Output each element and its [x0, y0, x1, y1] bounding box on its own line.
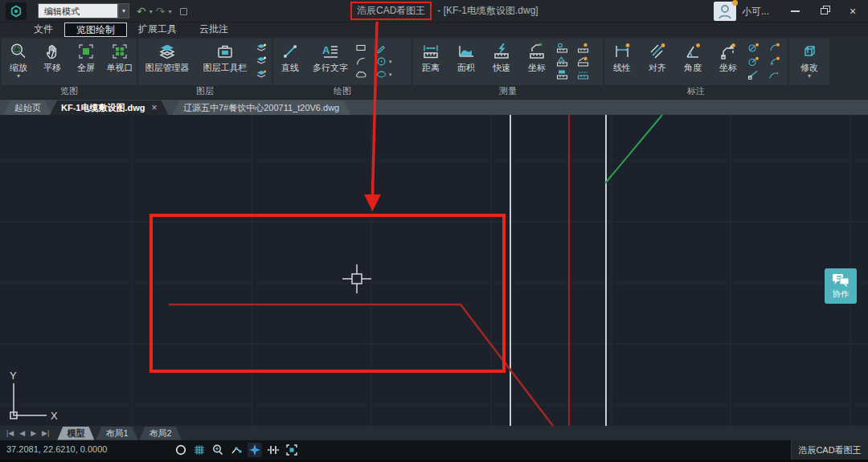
- measure-distance-button[interactable]: 距离: [413, 39, 448, 85]
- edit-mode-select[interactable]: 编辑模式: [38, 3, 118, 18]
- measure-angle-icon[interactable]: [556, 55, 574, 67]
- mtext-button[interactable]: A 多行文字: [307, 39, 354, 85]
- zoom-button[interactable]: 缩放 ▾: [2, 39, 35, 85]
- tab-extended-tools[interactable]: 扩展工具: [127, 22, 188, 37]
- quick-access-extra-icon[interactable]: [180, 8, 187, 15]
- revision-cloud-icon[interactable]: [355, 68, 373, 80]
- rectangle-tool-icon[interactable]: [355, 42, 373, 54]
- redo-icon[interactable]: ↷: [156, 5, 166, 18]
- tab-cloud-annotation[interactable]: 云批注: [188, 22, 240, 37]
- measure-area-button[interactable]: 面积: [448, 39, 484, 85]
- layout-nav: |◀ ◀ ▶ ▶|: [6, 429, 49, 437]
- layer-freeze-icon[interactable]: [256, 68, 268, 80]
- restore-button[interactable]: [815, 3, 833, 19]
- isometric-toggle-icon[interactable]: [174, 443, 188, 457]
- annotation-rectangle: [151, 215, 504, 371]
- layer-toolbar-button[interactable]: 图层工具栏: [196, 39, 254, 85]
- close-button[interactable]: ×: [844, 3, 862, 19]
- ellipse-tool-icon[interactable]: ▾: [376, 68, 403, 80]
- object-snap-icon[interactable]: [248, 443, 262, 457]
- circle-tool-icon[interactable]: ▾: [376, 55, 403, 67]
- svg-text:A: A: [322, 44, 330, 56]
- lineweight-toggle-icon[interactable]: [266, 443, 280, 457]
- hand-icon: [43, 42, 62, 61]
- user-badge: [732, 0, 738, 6]
- crosshair-cursor: [342, 264, 371, 293]
- edit-mode-caret-icon[interactable]: ▾: [118, 3, 129, 18]
- cad-grid: [0, 115, 868, 426]
- line-button[interactable]: 直线: [273, 39, 307, 85]
- user-account[interactable]: 小可...: [714, 2, 769, 21]
- layout-tab-row: |◀ ◀ ▶ ▶| 模型 布局1 布局2: [0, 426, 868, 440]
- modify-button[interactable]: 修改 ▾: [789, 39, 829, 85]
- dim-radius-icon[interactable]: [747, 55, 765, 67]
- nav-last-icon[interactable]: ▶|: [42, 429, 49, 437]
- nav-first-icon[interactable]: |◀: [6, 429, 14, 437]
- measure-coordinate-button[interactable]: 坐标: [519, 39, 555, 85]
- dim-aligned-button[interactable]: 对齐: [640, 39, 675, 85]
- group-label-layer: 图层: [138, 85, 272, 97]
- layout-tab-layout2[interactable]: 布局2: [140, 427, 182, 440]
- collaborate-button[interactable]: 协作: [825, 268, 857, 304]
- minimize-button[interactable]: [786, 3, 804, 19]
- measure-arc-icon[interactable]: [577, 42, 595, 54]
- layer-off-icon[interactable]: [256, 55, 268, 67]
- cad-green-line: [605, 115, 662, 183]
- measure-quick-button[interactable]: 快速: [484, 39, 519, 85]
- doc-tab-close-icon[interactable]: ×: [152, 100, 158, 115]
- dim-diameter-icon[interactable]: [747, 42, 765, 54]
- measure-entity-icon[interactable]: [556, 42, 574, 54]
- tab-view-draw[interactable]: 览图绘制: [64, 22, 127, 37]
- user-avatar-icon[interactable]: [714, 2, 736, 21]
- layer-manager-button[interactable]: 图层管理器: [138, 39, 196, 85]
- single-viewport-button[interactable]: 单视口: [103, 39, 137, 85]
- ribbon: 缩放 ▾ 平移 全屏 单视口 览图: [0, 37, 868, 99]
- grid-toggle-icon[interactable]: [192, 443, 207, 457]
- fullscreen-toggle-icon[interactable]: [285, 443, 299, 457]
- arc-tool-icon[interactable]: [355, 55, 373, 67]
- nav-next-icon[interactable]: ▶: [31, 429, 36, 437]
- cad-red-polyline: [169, 305, 553, 426]
- tab-file[interactable]: 文件: [23, 22, 64, 37]
- layout-tab-layout1[interactable]: 布局1: [96, 427, 137, 440]
- dim-linear-button[interactable]: 线性: [604, 39, 640, 85]
- sketch-tool-icon[interactable]: [376, 42, 403, 54]
- doc-tab-active[interactable]: KF-1电缆敷设图.dwg ×: [50, 100, 169, 115]
- zoom-lock-icon[interactable]: [211, 443, 225, 457]
- dim-arc-length-icon[interactable]: [768, 42, 786, 54]
- measure-list-icon[interactable]: [577, 68, 595, 80]
- undo-icon[interactable]: ↶: [137, 5, 146, 18]
- title-bar: 编辑模式 ▾ ↶ ▾ ↷ ▾ 浩辰CAD看图王 - [KF-1电缆敷设图.dwg…: [0, 0, 868, 22]
- ucs-icon: Y X: [10, 370, 58, 422]
- dim-leader-icon[interactable]: [768, 68, 786, 80]
- dim-angular2-icon[interactable]: [768, 55, 786, 67]
- doc-tab-second[interactable]: 辽源五中7#餐饮中心200711_t20V6.dwg: [172, 100, 350, 115]
- cursor-coordinates: 37.2081, 22.6210, 0.0000: [6, 444, 107, 454]
- lightning-icon: [492, 42, 511, 61]
- coordinate-leader-icon: [527, 42, 547, 61]
- doc-tab-start-page[interactable]: 起始页: [3, 100, 52, 115]
- undo-caret-icon[interactable]: ▾: [149, 8, 153, 15]
- drawing-canvas[interactable]: Y X: [0, 115, 868, 426]
- dim-jog-icon[interactable]: [747, 68, 765, 80]
- polyline-snap-icon[interactable]: [229, 443, 244, 457]
- dim-angular-button[interactable]: 角度: [675, 39, 710, 85]
- status-bar: 37.2081, 22.6210, 0.0000 浩辰CAD看图王: [0, 440, 868, 460]
- pan-button[interactable]: 平移: [35, 39, 69, 85]
- magnifier-icon: [9, 42, 28, 61]
- measure-rectangle-icon[interactable]: [556, 68, 574, 80]
- layout-tab-model[interactable]: 模型: [57, 427, 94, 440]
- redo-caret-icon[interactable]: ▾: [168, 8, 171, 15]
- group-label-measure: 测量: [413, 85, 603, 97]
- fullscreen-view-button[interactable]: 全屏: [69, 39, 103, 85]
- dim-ordinate-button[interactable]: 坐标: [710, 39, 746, 85]
- dim-angular-icon: [683, 42, 702, 61]
- distance-icon: [421, 42, 440, 61]
- nav-prev-icon[interactable]: ◀: [19, 429, 25, 437]
- line-icon: [280, 42, 300, 61]
- layer-on-icon[interactable]: [256, 42, 268, 54]
- chat-bubbles-icon: [832, 273, 850, 288]
- measure-radius-icon[interactable]: [577, 55, 595, 67]
- group-label-view: 览图: [2, 85, 137, 97]
- doc-tab-active-label: KF-1电缆敷设图.dwg: [61, 100, 145, 115]
